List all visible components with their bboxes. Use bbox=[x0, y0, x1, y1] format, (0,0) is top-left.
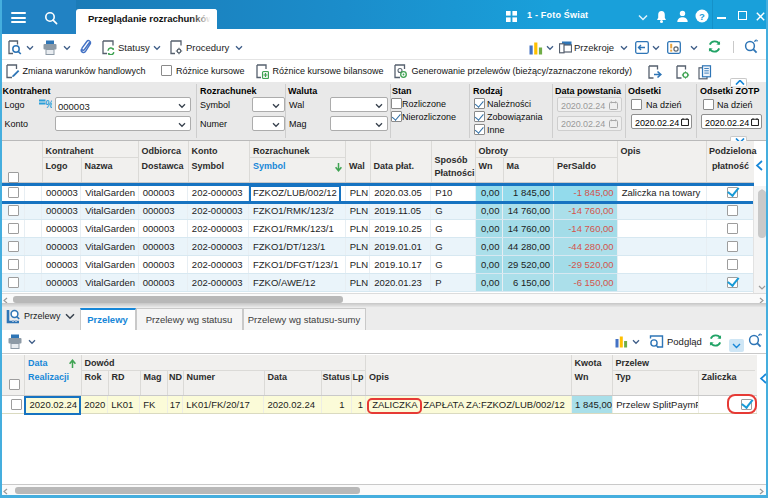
svg-text:%: % bbox=[45, 99, 52, 109]
svg-text:?: ? bbox=[699, 11, 705, 22]
